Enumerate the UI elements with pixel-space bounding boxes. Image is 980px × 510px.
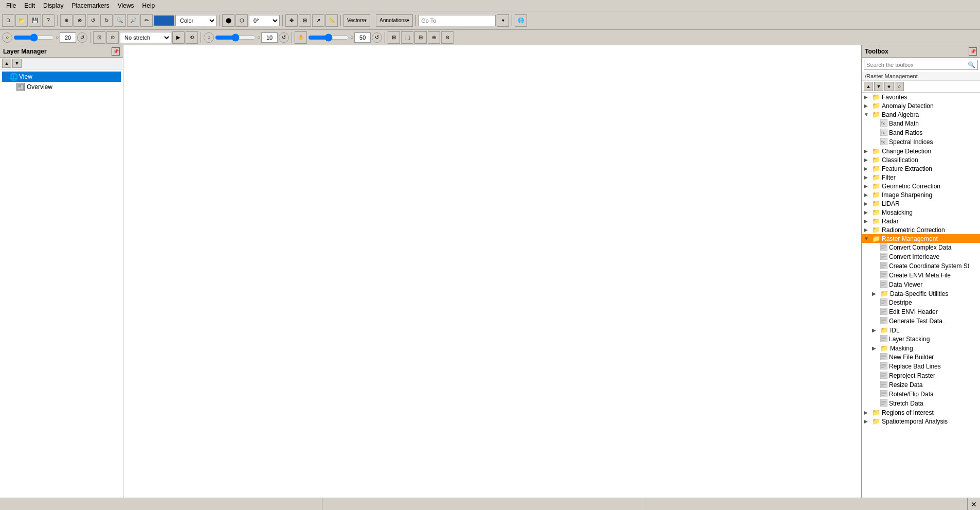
- help-button[interactable]: ?: [42, 14, 55, 27]
- new-button[interactable]: 🗋: [2, 14, 14, 27]
- toolbox-tree-item[interactable]: Replace Bad Lines: [862, 362, 980, 371]
- slider-1[interactable]: [13, 33, 55, 42]
- toolbox-tree-item[interactable]: ▶📁Data-Specific Utilities: [862, 289, 980, 298]
- slider-2[interactable]: [215, 33, 256, 42]
- menu-views[interactable]: Views: [114, 1, 138, 10]
- menu-help[interactable]: Help: [138, 1, 159, 10]
- menu-placemarkers[interactable]: Placemarkers: [67, 1, 113, 10]
- toolbox-up-btn[interactable]: ▲: [864, 82, 873, 91]
- crop-btn[interactable]: ⊡: [93, 31, 105, 44]
- toolbox-tree-item[interactable]: Stretch Data: [862, 399, 980, 408]
- toolbox-tree-item[interactable]: ▶📁Mosaicking: [862, 208, 980, 217]
- open-button[interactable]: 📂: [15, 14, 28, 27]
- toolbox-tree-item[interactable]: ▶📁Regions of Interest: [862, 408, 980, 417]
- toolbox-tree-item[interactable]: ▶📁Radar: [862, 217, 980, 225]
- status-close-btn[interactable]: ✕: [968, 498, 980, 511]
- go-to-dropdown[interactable]: ▾: [497, 14, 509, 27]
- select-btn[interactable]: ↗: [312, 14, 324, 27]
- zoom-window-btn[interactable]: ⬚: [401, 31, 413, 44]
- zoom-out-btn[interactable]: ⊖: [441, 31, 453, 44]
- color-box[interactable]: [154, 15, 174, 26]
- toolbox-tree-item[interactable]: ▶📁Classification: [862, 155, 980, 164]
- tool-btn-3[interactable]: ↺: [87, 14, 99, 27]
- measure-btn[interactable]: 📏: [325, 14, 338, 27]
- toolbox-tree-item[interactable]: ▶📁Image Sharpening: [862, 190, 980, 199]
- toolbox-tree-item[interactable]: Resize Data: [862, 380, 980, 390]
- toolbox-tree-item[interactable]: Rotate/Flip Data: [862, 390, 980, 399]
- world-btn[interactable]: 🌐: [515, 14, 527, 27]
- refresh-btn-3[interactable]: ↺: [372, 32, 382, 43]
- lm-down-btn[interactable]: ▼: [12, 59, 22, 68]
- toolbox-tree-item[interactable]: ▶📁Radiometric Correction: [862, 225, 980, 234]
- toolbox-pin[interactable]: 📌: [969, 47, 977, 56]
- toolbox-tree-item[interactable]: Layer Stacking: [862, 335, 980, 344]
- toolbox-tree-item[interactable]: Data Viewer: [862, 280, 980, 289]
- toolbox-tree-item[interactable]: ▶📁LiDAR: [862, 199, 980, 208]
- nav-btn-2[interactable]: ⬡: [235, 14, 248, 27]
- toolbox-tree-item[interactable]: New File Builder: [862, 353, 980, 362]
- tool-btn-6[interactable]: 🔎: [127, 14, 139, 27]
- toolbox-tree-item[interactable]: ▶📁Favorites: [862, 93, 980, 101]
- tool-btn-2[interactable]: ⊗: [74, 14, 86, 27]
- circle-btn-2[interactable]: ⊙: [106, 31, 119, 44]
- menu-edit[interactable]: Edit: [20, 1, 39, 10]
- toolbox-tree-item[interactable]: Generate Test Data: [862, 316, 980, 326]
- toolbox-tree-item[interactable]: Create Coordinate System St: [862, 261, 980, 271]
- annotations-btn[interactable]: Annotations ▾: [376, 14, 413, 27]
- vectors-btn[interactable]: Vectors ▾: [343, 14, 370, 27]
- layer-manager-pin[interactable]: 📌: [112, 47, 120, 56]
- toolbox-down-btn[interactable]: ▼: [874, 82, 883, 91]
- toolbox-search-input[interactable]: [866, 62, 968, 68]
- slider-3[interactable]: [308, 33, 349, 42]
- move-btn[interactable]: ✥: [285, 14, 298, 27]
- circle-btn-1[interactable]: ○: [2, 32, 12, 43]
- toolbox-tree-item[interactable]: fx Spectral Indices: [862, 137, 980, 147]
- tool-btn-5[interactable]: 🔍: [114, 14, 126, 27]
- tool-btn-7[interactable]: ✏: [140, 14, 153, 27]
- toolbox-tree-item[interactable]: Destripe: [862, 298, 980, 307]
- save-button[interactable]: 💾: [29, 14, 41, 27]
- toolbox-tree-item[interactable]: ▶📁Masking: [862, 344, 980, 353]
- layer-item-overview[interactable]: Overview: [2, 82, 121, 92]
- refresh-btn-1[interactable]: ↺: [77, 32, 87, 43]
- rotation-dropdown[interactable]: 0°: [249, 15, 280, 26]
- toolbox-tree-item[interactable]: Create ENVI Meta File: [862, 271, 980, 280]
- menu-display[interactable]: Display: [39, 1, 67, 10]
- circle-btn-3[interactable]: ○: [204, 32, 214, 43]
- toolbox-tree-item[interactable]: ▶📁Geometric Correction: [862, 182, 980, 190]
- toolbox-tree-item[interactable]: ▶📁Spatiotemporal Analysis: [862, 417, 980, 426]
- toolbox-tree-item[interactable]: ▶📁Filter: [862, 173, 980, 182]
- nav-btn-1[interactable]: ⬤: [222, 14, 234, 27]
- pan-btn[interactable]: ✋: [295, 31, 307, 44]
- zoom-in-btn[interactable]: ⊕: [428, 31, 440, 44]
- stretch-dropdown[interactable]: No stretch: [120, 32, 171, 43]
- input-value-1[interactable]: 20: [60, 32, 76, 43]
- tool-btn-1[interactable]: ⊕: [60, 14, 72, 27]
- toolbox-tree-item[interactable]: ▶📁Feature Extraction: [862, 164, 980, 173]
- menu-file[interactable]: File: [2, 1, 20, 10]
- toolbox-tree-item[interactable]: ▶📁IDL: [862, 326, 980, 335]
- toolbox-tree-item[interactable]: ▶📁Anomaly Detection: [862, 101, 980, 110]
- color-dropdown[interactable]: Color: [175, 15, 216, 26]
- refresh-btn-2[interactable]: ↺: [279, 32, 289, 43]
- toolbox-tree-item[interactable]: Reproject Raster: [862, 371, 980, 380]
- toolbox-tree-item[interactable]: ▼📁Raster Management: [862, 234, 980, 243]
- toolbox-star-filled[interactable]: ★: [884, 82, 894, 91]
- fit-btn[interactable]: ⊞: [388, 31, 400, 44]
- stretch-apply[interactable]: ▶: [172, 31, 185, 44]
- zoom-all-btn[interactable]: ⊟: [414, 31, 427, 44]
- go-to-input[interactable]: [419, 15, 496, 26]
- toolbox-tree-item[interactable]: fx Band Ratios: [862, 128, 980, 137]
- lm-up-btn[interactable]: ▲: [2, 59, 11, 68]
- toolbox-tree-item[interactable]: ▼📁Band Algebra: [862, 110, 980, 119]
- map-view[interactable]: [123, 45, 862, 498]
- toolbox-tree-item[interactable]: ▶📁Change Detection: [862, 147, 980, 155]
- toolbox-tree-item[interactable]: Convert Complex Data: [862, 243, 980, 252]
- toolbox-tree-item[interactable]: Convert Interleave: [862, 252, 980, 261]
- toolbox-star-empty[interactable]: ☆: [895, 82, 904, 91]
- zoom-btn[interactable]: ⊞: [299, 14, 311, 27]
- input-value-3[interactable]: 50: [354, 32, 371, 43]
- input-value-2[interactable]: 10: [261, 32, 278, 43]
- stretch-reset[interactable]: ⟲: [186, 31, 198, 44]
- tool-btn-4[interactable]: ↻: [100, 14, 113, 27]
